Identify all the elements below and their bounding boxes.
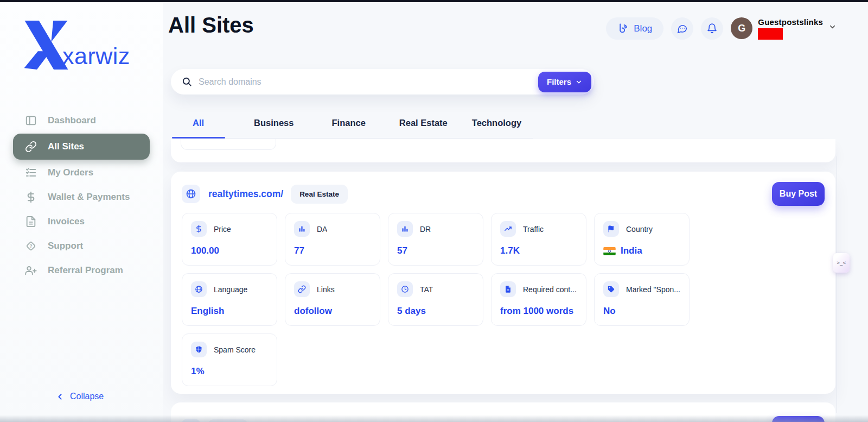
metric-tile-fragment (181, 139, 276, 150)
sidebar-item-label: All Sites (48, 141, 84, 152)
metric-tile-country: Country India (594, 213, 690, 266)
svg-text:?: ? (29, 244, 32, 249)
buy-post-button[interactable]: Buy Post (772, 182, 825, 206)
user-name: Guestpostslinks (758, 17, 823, 27)
sidebar-nav: Dashboard All Sites My Orders Wallet & P… (0, 108, 163, 284)
metric-value: 77 (294, 245, 371, 256)
metric-value: 1.7K (500, 245, 577, 256)
filters-label: Filters (547, 77, 571, 86)
user-red-badge (758, 28, 783, 40)
tab-finance[interactable]: Finance (331, 109, 365, 138)
sidebar-item-label: Referral Program (48, 265, 123, 276)
blog-label: Blog (634, 23, 652, 34)
chevron-left-icon (55, 392, 65, 401)
tag-icon (603, 281, 619, 297)
metric-label: Traffic (523, 225, 544, 234)
orders-icon (25, 167, 37, 179)
user-menu[interactable]: G Guestpostslinks (731, 17, 837, 40)
brand-logo[interactable]: xarwiz (21, 20, 130, 71)
sidebar: xarwiz Dashboard All Sites My Orders Wal… (0, 2, 163, 422)
metric-tile-required-cont: Required cont... from 1000 words (491, 273, 586, 326)
metric-label: Required cont... (523, 285, 577, 294)
brand-name: xarwiz (62, 43, 130, 70)
tab-business[interactable]: Business (254, 109, 293, 138)
flag-icon (603, 221, 619, 237)
site-card-header: realtytimes.com/ Real Estate Buy Post (182, 182, 825, 206)
barchart-icon (294, 221, 310, 237)
metric-label: DR (420, 225, 431, 234)
sidebar-item-my-orders[interactable]: My Orders (13, 161, 150, 184)
sidebar-item-support[interactable]: ? Support (13, 235, 150, 257)
sidebar-collapse-button[interactable]: Collapse (55, 392, 104, 401)
metric-value: 1% (191, 366, 268, 377)
dollar-icon (25, 191, 37, 203)
notifications-button[interactable] (701, 17, 723, 40)
sidebar-item-label: Invoices (48, 216, 85, 227)
sidebar-item-label: Wallet & Payments (48, 192, 130, 203)
filters-button[interactable]: Filters (538, 72, 591, 92)
avatar: G (731, 17, 752, 39)
clock-icon (397, 281, 413, 297)
sidebar-item-dashboard[interactable]: Dashboard (13, 109, 150, 132)
metric-tile-da: DA 77 (285, 213, 380, 266)
metric-value: 5 days (397, 306, 474, 317)
site-card: realtytimes.com/ Real Estate Buy Post Pr… (171, 172, 835, 394)
metric-value: No (603, 306, 680, 317)
dashboard-icon (25, 115, 37, 127)
metric-tile-tat: TAT 5 days (388, 273, 483, 326)
scrollbar[interactable] (837, 156, 837, 413)
metric-label: Links (317, 285, 335, 294)
metric-label: Country (626, 225, 653, 234)
chat-icon (676, 23, 688, 34)
previous-site-card-partial (171, 139, 835, 162)
chevron-down-icon (828, 23, 837, 33)
feedback-widget-tab[interactable]: >_< (833, 253, 850, 273)
link-icon (25, 141, 37, 153)
category-badge: Real Estate (291, 185, 348, 204)
doc-icon (500, 281, 516, 297)
support-icon: ? (25, 240, 37, 252)
metric-value: from 1000 words (500, 306, 577, 317)
sidebar-item-label: Dashboard (48, 115, 96, 126)
referral-icon (25, 264, 37, 276)
chevron-down-icon (575, 78, 583, 86)
blog-button[interactable]: Blog (606, 17, 663, 40)
page-title: All Sites (168, 13, 254, 37)
site-domain-link[interactable]: realtytimes.com/ (208, 188, 283, 200)
bell-icon (706, 23, 718, 34)
search-input[interactable] (199, 77, 538, 87)
invoice-icon (25, 216, 37, 228)
barchart-icon (397, 221, 413, 237)
metric-label: Language (214, 285, 247, 294)
globe-icon (191, 281, 207, 297)
metric-value: 57 (397, 245, 474, 256)
metric-value: 100.00 (191, 245, 268, 256)
search-bar: Filters (171, 69, 594, 95)
metric-label: TAT (420, 285, 433, 294)
sidebar-item-referral-program[interactable]: Referral Program (13, 259, 150, 282)
metric-value: English (191, 306, 268, 317)
collapse-label: Collapse (70, 392, 104, 401)
tab-real-estate[interactable]: Real Estate (399, 109, 448, 138)
metric-tile-dr: DR 57 (388, 213, 483, 266)
sidebar-item-invoices[interactable]: Invoices (13, 210, 150, 233)
sidebar-item-label: My Orders (48, 167, 93, 178)
user-block: Guestpostslinks (758, 17, 823, 40)
sidebar-item-wallet-payments[interactable]: Wallet & Payments (13, 186, 150, 209)
metric-label: DA (317, 225, 327, 234)
metric-label: Price (214, 225, 231, 234)
category-tabs: All Business Finance Real Estate Technol… (171, 109, 533, 138)
site-card-list: realtytimes.com/ Real Estate Buy Post Pr… (171, 139, 835, 422)
blog-icon (617, 23, 629, 34)
sidebar-item-all-sites[interactable]: All Sites (13, 134, 150, 160)
chain-icon (294, 281, 310, 297)
metric-tile-traffic: Traffic 1.7K (491, 213, 586, 266)
metric-tile-language: Language English (182, 273, 277, 326)
tab-technology[interactable]: Technology (472, 109, 521, 138)
metric-value: India (603, 245, 680, 256)
chat-button[interactable] (671, 17, 693, 40)
tab-all[interactable]: All (193, 109, 204, 138)
bottom-fade (0, 415, 868, 422)
top-border (0, 0, 868, 2)
metric-tile-marked-spon: Marked "Spon... No (594, 273, 690, 326)
